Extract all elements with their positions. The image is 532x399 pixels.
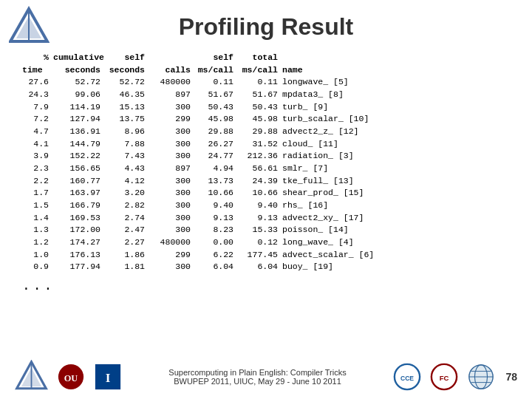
cell-name: advect2_xy_ [17] [282,212,517,225]
col-self-header: self [105,52,149,64]
footer-logo-globe [467,363,495,391]
cell-pct: 1.4 [22,212,53,225]
cell-cum: 169.53 [53,212,105,225]
cell-self: 2.27 [105,236,149,249]
cell-name: turb_scalar_ [10] [282,113,517,126]
cell-pct: 2.2 [22,175,53,188]
cell-name: turb_ [9] [282,101,517,114]
cell-cum: 114.19 [53,101,105,114]
cell-calls: 300 [149,261,195,273]
cell-calls: 300 [149,224,195,236]
col-selfms-label: ms/call [195,64,238,77]
table-row: 1.0 176.13 1.86 299 6.22 177.45 advect_s… [22,249,517,262]
cell-self: 7.88 [105,138,149,151]
cell-pct: 1.2 [22,236,53,249]
cell-pct: 27.6 [22,76,53,89]
cell-selfms: 29.88 [195,126,238,138]
footer-subtitle: Supercomputing in Plain English: Compile… [122,368,393,377]
col-totalms-label: ms/call [238,64,282,77]
cell-self: 15.13 [105,101,149,114]
cell-totalms: 0.12 [238,236,282,249]
cell-selfms: 6.22 [195,249,238,262]
cell-cum: 163.97 [53,187,105,200]
cell-totalms: 24.39 [238,175,282,188]
cell-pct: 1.7 [22,187,53,200]
table-header-row2: time seconds seconds calls ms/call ms/ca… [22,64,517,77]
page-title: Profiling Result [0,0,532,47]
cell-calls: 300 [149,200,195,212]
cell-selfms: 13.73 [195,175,238,188]
cell-name: advect_scalar_ [6] [282,249,517,262]
footer-logo-i: I [94,363,122,391]
cell-self: 2.47 [105,224,149,236]
cell-totalms: 15.33 [238,224,282,236]
cell-totalms: 51.67 [238,89,282,101]
col-cumsec-label: seconds [53,64,105,77]
cell-self: 4.43 [105,163,149,175]
cell-cum: 152.22 [53,150,105,163]
col-selfsec-label: seconds [105,64,149,77]
cell-cum: 144.79 [53,138,105,151]
cell-totalms: 50.43 [238,101,282,114]
cell-pct: 0.9 [22,261,53,273]
cell-cum: 177.94 [53,261,105,273]
table-row: 4.1 144.79 7.88 300 26.27 31.52 cloud_ [… [22,138,517,151]
cell-calls: 480000 [149,76,195,89]
cell-selfms: 45.98 [195,113,238,126]
cell-totalms: 9.40 [238,200,282,212]
col-time-label: time [22,64,53,77]
cell-name: tke_full_ [13] [282,175,517,188]
col-selfms-header: self [195,52,238,64]
footer: OU I Supercomputing in Plain English: Co… [0,360,532,393]
cell-name: longwave_ [5] [282,76,517,89]
cell-cum: 52.72 [53,76,105,89]
col-name-label: name [282,64,517,77]
table-row: 3.9 152.22 7.43 300 24.77 212.36 radiati… [22,150,517,163]
col-cum-header: cumulative [53,52,105,64]
cell-name: smlr_ [7] [282,163,517,175]
table-row: 24.3 99.06 46.35 897 51.67 51.67 mpdata3… [22,89,517,101]
cell-self: 2.74 [105,212,149,225]
cell-self: 4.12 [105,175,149,188]
cell-name: poisson_ [14] [282,224,517,236]
table-row: 1.7 163.97 3.20 300 10.66 10.66 shear_pr… [22,187,517,200]
table-row: 4.7 136.91 8.96 300 29.88 29.88 advect2_… [22,126,517,138]
cell-name: rhs_ [16] [282,200,517,212]
cell-selfms: 26.27 [195,138,238,151]
cell-calls: 300 [149,187,195,200]
col-pct-header: % [22,52,53,64]
table-row: 1.2 174.27 2.27 480000 0.00 0.12 long_wa… [22,236,517,249]
cell-calls: 300 [149,212,195,225]
cell-cum: 156.65 [53,163,105,175]
col-totalms-header: total [238,52,282,64]
cell-selfms: 0.00 [195,236,238,249]
footer-page-number: 78 [495,371,517,383]
cell-totalms: 10.66 [238,187,282,200]
cell-self: 1.86 [105,249,149,262]
footer-date: BWUPEP 2011, UIUC, May 29 - June 10 2011 [122,377,393,386]
footer-logo-cce: CCE [393,363,421,391]
cell-cum: 127.94 [53,113,105,126]
top-logo [9,6,50,50]
cell-totalms: 9.13 [238,212,282,225]
cell-name: cloud_ [11] [282,138,517,151]
cell-cum: 136.91 [53,126,105,138]
cell-totalms: 29.88 [238,126,282,138]
cell-pct: 24.3 [22,89,53,101]
cell-cum: 160.77 [53,175,105,188]
cell-totalms: 6.04 [238,261,282,273]
cell-pct: 3.9 [22,150,53,163]
table-row: 0.9 177.94 1.81 300 6.04 6.04 buoy_ [19] [22,261,517,273]
cell-self: 52.72 [105,76,149,89]
cell-self: 1.81 [105,261,149,273]
table-header-row1: % cumulative self self total [22,52,517,64]
svg-text:FC: FC [440,373,449,381]
cell-cum: 166.79 [53,200,105,212]
table-row: 7.2 127.94 13.75 299 45.98 45.98 turb_sc… [22,113,517,126]
cell-selfms: 51.67 [195,89,238,101]
cell-self: 8.96 [105,126,149,138]
col-calls-label: calls [149,64,195,77]
ellipsis: ... [22,276,517,296]
table-row: 2.3 156.65 4.43 897 4.94 56.61 smlr_ [7] [22,163,517,175]
cell-pct: 2.3 [22,163,53,175]
